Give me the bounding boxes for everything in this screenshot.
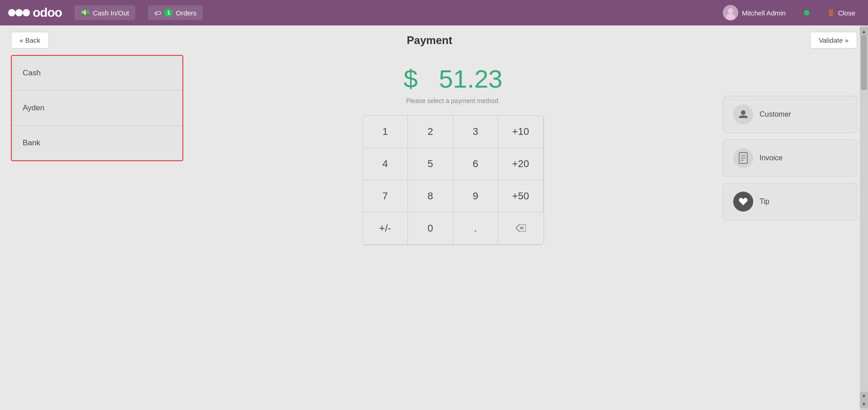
key-8[interactable]: 8 [408, 180, 453, 212]
payment-methods-panel: Cash Ayden Bank [11, 55, 183, 161]
header-row: « Back Payment Validate » [0, 25, 868, 55]
close-button[interactable]: 🚪 Close [822, 6, 860, 20]
tip-label: Tip [760, 198, 770, 206]
content-area: Cash Ayden Bank $ 51.23 Please select a … [0, 55, 868, 410]
key-1[interactable]: 1 [363, 116, 408, 148]
svg-point-4 [728, 8, 733, 14]
topbar: odoo 💵 Cash In/Out 🏷 1 Orders Mitchell A… [0, 0, 868, 25]
cash-inout-label: Cash In/Out [93, 9, 129, 17]
odoo-logo: odoo [8, 5, 62, 21]
key-plusminus[interactable]: +/- [363, 212, 408, 245]
key-5[interactable]: 5 [408, 148, 453, 180]
scrollbar: ▲ ▼ ▼ [860, 25, 868, 410]
key-2[interactable]: 2 [408, 116, 453, 148]
close-label: Close [838, 9, 855, 17]
svg-point-2 [23, 9, 30, 16]
orders-badge: 1 [164, 9, 172, 17]
notification-dot [804, 10, 809, 15]
invoice-label: Invoice [760, 154, 783, 162]
orders-label: Orders [176, 9, 196, 17]
key-7[interactable]: 7 [363, 180, 408, 212]
svg-point-9 [741, 110, 745, 115]
user-name: Mitchell Admin [742, 9, 786, 17]
customer-icon [733, 104, 753, 124]
orders-icon: 🏷 [154, 9, 161, 17]
currency-symbol: $ [404, 64, 418, 93]
key-3[interactable]: 3 [453, 116, 499, 148]
back-label: « Back [20, 36, 40, 44]
scrollbar-thumb[interactable] [861, 35, 867, 90]
customer-label: Customer [760, 110, 791, 119]
svg-point-0 [8, 9, 15, 16]
scroll-down-arrow-2[interactable]: ▼ [860, 400, 868, 408]
tip-button[interactable]: Tip [723, 183, 857, 220]
invoice-button[interactable]: Invoice [723, 139, 857, 177]
cash-icon: 💵 [81, 9, 89, 17]
payment-method-cash[interactable]: Cash [12, 56, 182, 91]
customer-button[interactable]: Customer [723, 96, 857, 133]
key-4[interactable]: 4 [363, 148, 408, 180]
payment-method-bank[interactable]: Bank [12, 126, 182, 160]
orders-button[interactable]: 🏷 1 Orders [148, 5, 203, 20]
svg-point-5 [726, 14, 735, 20]
svg-point-1 [15, 9, 23, 16]
amount-value: 51.23 [439, 64, 502, 93]
logo-text: odoo [33, 5, 62, 20]
scroll-down-arrow[interactable]: ▼ [860, 392, 868, 400]
numpad: 1 2 3 +10 4 5 6 +20 7 8 9 +50 +/- 0 . [363, 115, 544, 245]
validate-button[interactable]: Validate » [810, 32, 857, 49]
key-6[interactable]: 6 [453, 148, 499, 180]
cash-inout-button[interactable]: 💵 Cash In/Out [74, 5, 135, 20]
payment-method-ayden[interactable]: Ayden [12, 91, 182, 126]
right-panel: Customer Invoice Tip [712, 55, 857, 405]
key-9[interactable]: 9 [453, 180, 499, 212]
validate-label: Validate » [819, 36, 848, 44]
avatar [723, 5, 738, 20]
close-icon: 🚪 [827, 9, 835, 17]
key-backspace[interactable] [498, 212, 544, 245]
center-panel: $ 51.23 Please select a payment method. … [194, 55, 712, 405]
back-button[interactable]: « Back [11, 32, 49, 49]
key-0[interactable]: 0 [408, 212, 453, 245]
user-menu[interactable]: Mitchell Admin [723, 5, 786, 20]
main-area: « Back Payment Validate » Cash Ayden Ban… [0, 25, 868, 410]
scroll-up-arrow[interactable]: ▲ [860, 27, 868, 35]
key-plus10[interactable]: +10 [498, 116, 544, 148]
tip-icon [733, 192, 753, 212]
svg-marker-6 [516, 224, 526, 232]
key-plus50[interactable]: +50 [498, 180, 544, 212]
amount-display: $ 51.23 [404, 64, 503, 94]
key-dot[interactable]: . [453, 212, 499, 245]
payment-hint: Please select a payment method. [406, 97, 500, 104]
key-plus20[interactable]: +20 [498, 148, 544, 180]
page-title: Payment [49, 34, 810, 47]
invoice-icon [733, 148, 753, 168]
